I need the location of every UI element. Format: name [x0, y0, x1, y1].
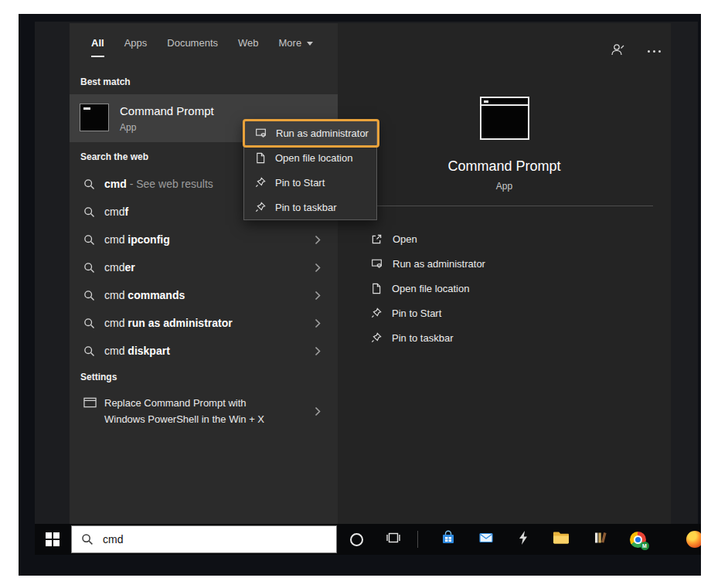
task-view-button[interactable] — [384, 530, 403, 549]
menu-item-pin-to-taskbar[interactable]: Pin to taskbar — [244, 195, 376, 219]
open-icon — [371, 233, 383, 245]
context-menu: Run as administrator Open file location … — [243, 120, 377, 220]
command-prompt-large-icon — [480, 97, 529, 140]
menu-item-label: Run as administrator — [276, 127, 369, 139]
suggestion-text: cmd run as administrator — [104, 317, 315, 329]
settings-result-row[interactable]: Replace Command Prompt with Windows Powe… — [70, 389, 338, 434]
lightning-icon — [517, 530, 529, 549]
pin-icon — [371, 308, 382, 318]
windows-logo-icon — [46, 532, 60, 546]
search-icon — [83, 206, 95, 218]
search-query-text: cmd — [103, 533, 123, 546]
tab-more-label: More — [279, 37, 302, 49]
action-pin-to-taskbar[interactable]: Pin to taskbar — [371, 325, 626, 350]
tab-all[interactable]: All — [91, 37, 104, 57]
taskbar-search-input[interactable]: cmd — [71, 525, 337, 553]
search-results-panel: All Apps Documents Web More Best match C… — [70, 23, 338, 524]
cortana-button[interactable] — [347, 530, 366, 549]
pin-icon — [371, 332, 382, 343]
taskbar: cmd M — [35, 524, 701, 555]
store-button[interactable] — [439, 530, 458, 549]
search-filter-tabs: All Apps Documents Web More — [91, 37, 313, 57]
admin-shield-icon — [371, 258, 383, 270]
tab-web[interactable]: Web — [238, 37, 259, 57]
suggestion-text: cmd commands — [104, 289, 315, 301]
suggestion-text: cmd ipconfig — [104, 233, 315, 246]
chevron-right-icon[interactable] — [315, 406, 321, 416]
action-label: Run as administrator — [393, 258, 485, 270]
search-icon — [83, 234, 95, 246]
more-options-icon[interactable] — [648, 45, 661, 57]
divider — [356, 206, 653, 206]
search-icon — [83, 345, 95, 357]
menu-item-label: Pin to Start — [275, 177, 325, 189]
preview-panel: Command Prompt App Open Run as administr… — [338, 23, 671, 524]
action-label: Open file location — [392, 283, 469, 294]
chevron-right-icon[interactable] — [315, 346, 321, 356]
chevron-right-icon[interactable] — [315, 235, 321, 245]
chevron-down-icon — [307, 42, 313, 46]
action-label: Pin to Start — [392, 308, 441, 319]
library-app-button[interactable] — [591, 530, 610, 549]
web-suggestion-row[interactable]: cmder — [70, 253, 338, 281]
file-location-icon — [371, 283, 382, 294]
web-suggestion-row[interactable]: cmd diskpart — [70, 337, 338, 365]
chevron-right-icon[interactable] — [315, 263, 321, 273]
preview-subtitle: App — [338, 181, 671, 192]
search-header-icons — [611, 43, 661, 59]
taskbar-separator — [417, 531, 418, 548]
bolt-app-button[interactable] — [514, 530, 532, 549]
suggestion-text: cmder — [104, 261, 315, 274]
microsoft-store-icon — [441, 530, 456, 549]
search-icon — [83, 318, 95, 329]
tab-documents[interactable]: Documents — [167, 37, 218, 57]
console-window-icon — [83, 397, 97, 411]
menu-item-open-file-location[interactable]: Open file location — [244, 145, 376, 170]
chrome-profile-badge: M — [641, 542, 649, 550]
settings-header: Settings — [80, 372, 117, 382]
action-label: Open — [393, 233, 417, 245]
menu-item-run-as-administrator[interactable]: Run as administrator — [244, 121, 376, 145]
web-suggestion-row[interactable]: cmd commands — [70, 281, 338, 309]
tab-apps[interactable]: Apps — [124, 37, 148, 57]
mail-button[interactable] — [477, 530, 495, 549]
task-view-icon — [386, 531, 401, 548]
account-feedback-icon[interactable] — [611, 43, 624, 59]
clipped-app-button[interactable] — [685, 530, 701, 549]
admin-shield-icon — [255, 127, 267, 139]
books-icon — [593, 530, 608, 549]
search-icon — [83, 178, 95, 190]
chrome-icon: M — [630, 532, 646, 548]
action-open[interactable]: Open — [371, 226, 626, 251]
chevron-right-icon[interactable] — [315, 291, 321, 301]
screen-frame: All Apps Documents Web More Best match C… — [19, 14, 701, 576]
search-icon — [83, 290, 95, 301]
search-icon — [81, 533, 94, 546]
best-match-header: Best match — [80, 76, 131, 87]
tab-more[interactable]: More — [279, 37, 314, 57]
settings-result-text: Replace Command Prompt with Windows Powe… — [104, 395, 264, 427]
chrome-button[interactable]: M — [628, 530, 647, 549]
web-suggestion-row[interactable]: cmd run as administrator — [70, 309, 338, 337]
web-suggestion-row[interactable]: cmd ipconfig — [70, 226, 338, 253]
search-web-header: Search the web — [80, 151, 148, 162]
menu-item-label: Pin to taskbar — [275, 202, 337, 213]
action-label: Pin to taskbar — [392, 332, 454, 344]
action-run-as-administrator[interactable]: Run as administrator — [371, 251, 626, 276]
browser-icon — [686, 531, 701, 548]
pin-icon — [255, 177, 266, 188]
command-prompt-icon — [80, 104, 109, 131]
action-pin-to-start[interactable]: Pin to Start — [371, 301, 626, 325]
action-open-file-location[interactable]: Open file location — [371, 276, 626, 301]
preview-title: Command Prompt — [338, 158, 671, 175]
start-button[interactable] — [35, 524, 70, 555]
best-match-subtitle: App — [120, 122, 136, 133]
pin-icon — [255, 202, 266, 212]
suggestion-text: cmd diskpart — [104, 345, 315, 357]
menu-item-pin-to-start[interactable]: Pin to Start — [244, 170, 376, 195]
chevron-right-icon[interactable] — [315, 318, 321, 328]
menu-item-label: Open file location — [275, 152, 352, 164]
file-explorer-button[interactable] — [552, 530, 570, 549]
search-icon — [83, 262, 95, 274]
cortana-icon — [350, 533, 363, 546]
